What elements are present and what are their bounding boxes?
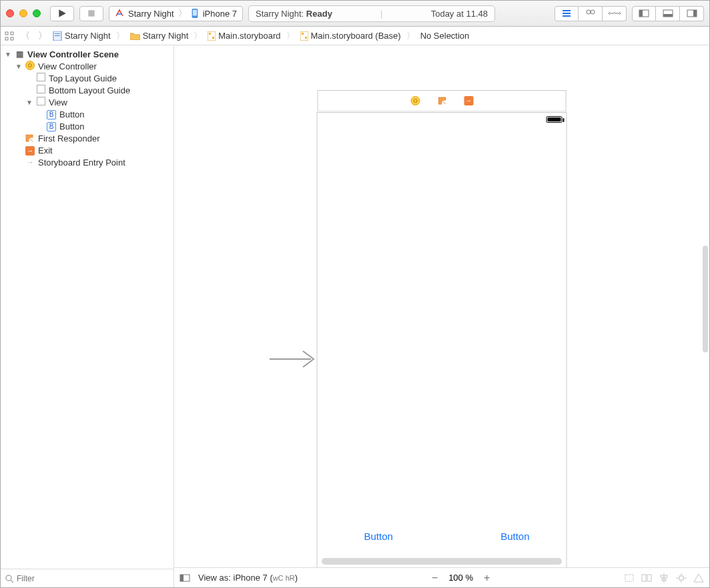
version-editor-icon: [609, 9, 621, 17]
disclosure-icon[interactable]: ▼: [15, 63, 22, 70]
view-controller-icon: [25, 61, 35, 70]
canvas[interactable]: → Button Button: [174, 45, 709, 567]
status-time: Today at 11.48: [431, 9, 488, 19]
toggle-outline-button[interactable]: [180, 574, 192, 582]
scene-dock-exit[interactable]: →: [463, 95, 474, 106]
svg-rect-22: [55, 35, 60, 36]
canvas-horizontal-scrollbar[interactable]: [322, 558, 562, 565]
stop-button[interactable]: [79, 6, 103, 21]
svg-rect-19: [11, 37, 13, 40]
pin-button[interactable]: [676, 573, 687, 583]
outline-entry-point[interactable]: → Storyboard Entry Point: [1, 156, 173, 168]
toggle-debug-button[interactable]: [656, 6, 680, 21]
svg-rect-23: [208, 31, 216, 41]
svg-rect-40: [679, 576, 683, 580]
view-as-label[interactable]: View as: iPhone 7 (wC hR): [198, 573, 298, 583]
exit-icon: →: [25, 146, 35, 156]
first-responder-icon: [25, 133, 35, 143]
folder-icon: [130, 32, 140, 40]
svg-rect-11: [639, 10, 643, 17]
outline-bottom-layout-guide[interactable]: Bottom Layout Guide: [1, 84, 173, 96]
jumpbar-selection[interactable]: No Selection: [420, 31, 470, 41]
zoom-level[interactable]: 100 %: [448, 573, 473, 583]
svg-rect-13: [663, 14, 673, 17]
svg-rect-36: [647, 575, 651, 581]
version-editor-button[interactable]: [603, 6, 627, 21]
close-window[interactable]: [6, 9, 14, 17]
left-panel-icon: [639, 9, 649, 17]
activity-viewer[interactable]: Starry Night: Ready | Today at 11.48: [248, 5, 495, 22]
entry-point-icon: →: [25, 158, 35, 167]
assistant-editor-icon: [585, 9, 596, 18]
standard-editor-button[interactable]: [555, 6, 579, 21]
view-icon: [37, 97, 45, 105]
svg-point-9: [591, 10, 595, 14]
svg-rect-17: [11, 32, 13, 35]
outline-view[interactable]: ▼ View: [1, 96, 173, 108]
layout-guide-icon: [37, 73, 45, 81]
outline-button-1[interactable]: B Button: [1, 108, 173, 120]
layout-guide-icon: [37, 85, 45, 93]
svg-rect-21: [55, 33, 60, 34]
canvas-button-1[interactable]: Button: [364, 531, 393, 542]
outline-scene[interactable]: ▼ ▦ View Controller Scene: [1, 48, 173, 60]
disclosure-icon[interactable]: ▼: [5, 51, 11, 58]
scheme-selector[interactable]: Starry Night 〉 iPhone 7: [109, 6, 243, 21]
outline-button-2[interactable]: B Button: [1, 120, 173, 132]
button-icon: B: [47, 110, 56, 119]
ios-status-bar: [318, 113, 567, 126]
document-outline: ▼ ▦ View Controller Scene ▼ View Control…: [1, 45, 174, 587]
jumpbar-project[interactable]: Starry Night: [53, 31, 111, 41]
bottom-panel-icon: [663, 9, 673, 17]
scene-dock-first-responder[interactable]: [436, 95, 447, 106]
assistant-editor-button[interactable]: [579, 6, 603, 21]
status-left: Starry Night: Ready: [256, 9, 332, 19]
nav-forward[interactable]: 〉: [35, 30, 50, 42]
embed-stack-button[interactable]: [641, 573, 652, 583]
outline-top-layout-guide[interactable]: Top Layout Guide: [1, 72, 173, 84]
minimize-window[interactable]: [19, 9, 27, 17]
svg-rect-1: [88, 10, 94, 16]
toggle-navigator-button[interactable]: [632, 6, 656, 21]
interface-builder-editor: → Button Button View as: iPhone 7 (wC hR…: [174, 45, 709, 587]
svg-point-29: [6, 575, 11, 581]
svg-rect-25: [212, 37, 214, 39]
svg-rect-4: [193, 10, 197, 16]
battery-icon: [547, 116, 563, 123]
nav-back[interactable]: 〈: [18, 30, 33, 42]
canvas-button-2[interactable]: Button: [500, 531, 529, 542]
outline-exit[interactable]: → Exit: [1, 144, 173, 156]
svg-rect-24: [209, 33, 211, 35]
svg-rect-18: [5, 37, 8, 40]
update-frames-button[interactable]: [624, 573, 635, 583]
zoom-in-button[interactable]: +: [480, 572, 494, 584]
storyboard-entry-arrow[interactable]: [270, 349, 316, 369]
device-frame[interactable]: → Button Button: [317, 112, 567, 567]
related-items-icon[interactable]: [5, 31, 15, 41]
disclosure-icon[interactable]: ▼: [26, 99, 33, 106]
toggle-utilities-button[interactable]: [680, 6, 704, 21]
svg-rect-33: [180, 575, 184, 581]
svg-rect-27: [302, 33, 304, 35]
standard-editor-icon: [561, 9, 572, 17]
jumpbar-folder[interactable]: Starry Night: [130, 31, 189, 41]
jumpbar-file[interactable]: Main.storyboard: [208, 31, 280, 41]
canvas-vertical-scrollbar[interactable]: [703, 246, 708, 352]
jump-bar: 〈 〉 Starry Night 〉 Starry Night 〉 Main.s…: [1, 27, 709, 45]
svg-rect-26: [300, 31, 308, 41]
zoom-window[interactable]: [33, 9, 41, 17]
outline-filter: [1, 569, 173, 587]
filter-input[interactable]: [17, 574, 169, 583]
jumpbar-sub[interactable]: Main.storyboard (Base): [300, 31, 401, 41]
resolve-issues-button[interactable]: [693, 573, 704, 583]
scheme-separator: 〉: [178, 7, 187, 19]
scene-dock-view-controller[interactable]: [410, 95, 420, 106]
outline-first-responder[interactable]: First Responder: [1, 132, 173, 144]
canvas-bottom-bar: View as: iPhone 7 (wC hR) − 100 % +: [174, 567, 709, 587]
run-button[interactable]: [50, 6, 74, 21]
zoom-out-button[interactable]: −: [428, 572, 442, 584]
align-button[interactable]: [659, 573, 669, 583]
button-icon: B: [47, 122, 56, 131]
svg-marker-45: [694, 574, 703, 582]
outline-view-controller[interactable]: ▼ View Controller: [1, 60, 173, 72]
